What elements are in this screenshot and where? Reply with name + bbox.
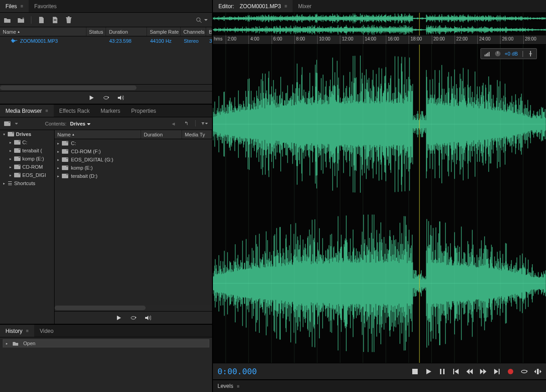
svg-rect-5 [489, 52, 490, 56]
panel-menu-icon[interactable]: ≡ [20, 4, 23, 9]
delete-icon[interactable] [65, 16, 72, 24]
tree-item-label: EOS_DIGI [22, 172, 46, 178]
column-status[interactable]: Status [86, 27, 106, 36]
column-sample-rate[interactable]: Sample Rate [147, 27, 181, 36]
tree-item[interactable]: ▸EOS_DIGI [0, 171, 54, 179]
record-button[interactable] [507, 368, 514, 375]
import-icon[interactable] [17, 16, 25, 24]
ruler-tick-label: 18:00 [410, 36, 422, 41]
stop-button[interactable] [411, 368, 419, 375]
tab-video[interactable]: Video [34, 325, 59, 337]
tree-root-drives[interactable]: ▾Drives [0, 130, 54, 138]
column-bit[interactable]: Bi [206, 27, 212, 36]
history-panel-tabs: History≡ Video [0, 325, 212, 337]
panel-menu-icon[interactable]: ≡ [284, 4, 287, 9]
ruler-tick: 26:00 [500, 35, 500, 44]
nav-up-icon[interactable]: ↰ [182, 120, 190, 127]
panel-menu-icon[interactable]: ≡ [26, 328, 29, 333]
chevron-right-icon: ▸ [6, 342, 8, 346]
auto-play-button[interactable] [145, 315, 151, 321]
hud-knob-icon[interactable] [495, 50, 501, 57]
files-hscroll[interactable] [0, 85, 212, 91]
tab-mixer[interactable]: Mixer [293, 0, 317, 12]
drive-icon [62, 166, 68, 170]
tab-properties[interactable]: Properties [126, 105, 162, 117]
ruler-tick-label: 14:00 [365, 36, 376, 41]
ruler-tick-label: 12:00 [342, 36, 353, 41]
drive-icon [14, 140, 20, 145]
tab-markers-label: Markers [101, 108, 120, 114]
pin-icon[interactable] [528, 51, 533, 56]
file-channels: Stereo [181, 38, 207, 44]
column-duration[interactable]: Duration [106, 27, 147, 36]
pause-button[interactable] [439, 368, 446, 375]
go-to-end-button[interactable] [493, 368, 500, 375]
tab-editor[interactable]: Editor: ZOOM0001.MP3 ≡ [213, 0, 293, 12]
tree-item[interactable]: ▸terabait ( [0, 146, 54, 155]
time-ruler[interactable]: hms 2:004:006:008:0010:0012:0014:0016:00… [213, 35, 546, 45]
contents-hscroll[interactable] [55, 305, 212, 311]
list-item[interactable]: ▸komp (E:) [55, 164, 212, 172]
loop-playback-button[interactable] [521, 368, 528, 375]
rewind-button[interactable] [466, 368, 473, 375]
waveform-editor[interactable]: +0 dB │ [213, 45, 546, 363]
tab-effects-rack[interactable]: Effects Rack [54, 105, 95, 117]
contents-col-duration[interactable]: Duration [141, 130, 182, 139]
nav-back-icon[interactable]: ◄ [170, 120, 177, 127]
file-bit: 3 [207, 38, 212, 44]
tab-favorites[interactable]: Favorites [29, 0, 62, 12]
contents-dropdown[interactable]: Drives ⏷ [70, 121, 91, 126]
skip-selection-button[interactable] [534, 368, 541, 375]
list-item[interactable]: ▸C: [55, 139, 212, 147]
tree-item[interactable]: ▸komp (E:) [0, 155, 54, 163]
tab-history[interactable]: History≡ [0, 325, 34, 337]
play-button[interactable] [425, 368, 432, 375]
tab-files[interactable]: Files ≡ [0, 0, 29, 12]
new-file-icon[interactable] [38, 16, 45, 24]
forward-button[interactable] [480, 368, 487, 375]
tab-video-label: Video [40, 328, 53, 334]
hud-bars-icon [485, 51, 491, 56]
volume-hud[interactable]: +0 dB │ [480, 48, 537, 59]
tree-item[interactable]: ▸C: [0, 138, 54, 146]
files-toolbar: ⏷ [0, 13, 212, 27]
tab-media-browser[interactable]: Media Browser≡ [0, 105, 54, 117]
filter-icon[interactable]: ⏷ [201, 120, 208, 127]
waveform-overview[interactable] [213, 13, 546, 35]
search-field[interactable]: ⏷ [196, 17, 208, 23]
panel-menu-icon[interactable]: ≡ [237, 384, 240, 389]
contents-col-name[interactable]: Name [55, 130, 141, 139]
panel-menu-icon[interactable]: ≡ [46, 108, 48, 113]
list-item[interactable]: ▸EOS_DIGITAL (G:) [55, 156, 212, 164]
play-button[interactable] [116, 315, 122, 321]
loop-button[interactable] [130, 315, 136, 321]
file-row[interactable]: ZOOM0001.MP3 43:23.598 44100 Hz Stereo 3 [0, 36, 212, 45]
column-channels[interactable]: Channels [181, 27, 206, 36]
history-item-label: Open [23, 341, 35, 346]
tree-root-label: Drives [16, 131, 31, 137]
column-name[interactable]: Name [0, 27, 86, 36]
list-item[interactable]: ▸CD-ROM (F:) [55, 147, 212, 156]
ruler-hms-label: hms [214, 36, 222, 41]
tree-shortcuts[interactable]: ▸☰Shortcuts [0, 179, 54, 187]
file-name: ZOOM0001.MP3 [20, 38, 58, 44]
new-multitrack-icon[interactable] [51, 16, 59, 24]
editor-tabs: Editor: ZOOM0001.MP3 ≡ Mixer [213, 0, 546, 13]
drive-list-icon[interactable] [4, 120, 11, 127]
contents-col-media[interactable]: Media Ty [182, 130, 212, 139]
tree-item-label: C: [22, 140, 27, 145]
list-item[interactable]: ▸terabait (D:) [55, 172, 212, 180]
go-to-start-button[interactable] [452, 368, 460, 375]
ruler-tick: 14:00 [363, 35, 364, 44]
search-dropdown-icon[interactable]: ⏷ [204, 17, 208, 22]
history-item[interactable]: ▸ Open [3, 339, 209, 347]
open-file-icon[interactable] [4, 16, 11, 24]
tab-markers[interactable]: Markers [95, 105, 126, 117]
auto-play-button[interactable] [117, 95, 124, 101]
tree-item[interactable]: ▸CD-ROM [0, 163, 54, 171]
timecode[interactable]: 0:00.000 [217, 367, 257, 376]
play-button[interactable] [88, 95, 95, 101]
loop-button[interactable] [103, 95, 109, 101]
drive-dropdown-icon[interactable]: ⏷ [15, 121, 19, 126]
svg-rect-10 [453, 369, 454, 374]
